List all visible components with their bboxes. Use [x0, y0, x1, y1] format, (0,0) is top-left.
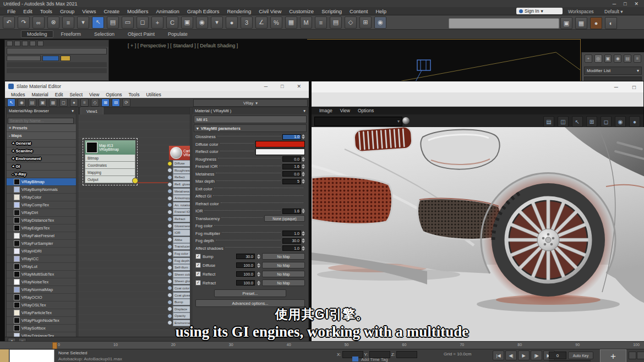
copy-image-icon[interactable]: ◫	[558, 116, 569, 127]
maximize-icon[interactable]: □	[624, 1, 626, 7]
spinner[interactable]	[302, 164, 305, 169]
maxscript-mini-listener[interactable]	[9, 349, 54, 362]
spinner[interactable]	[302, 172, 305, 177]
map-button[interactable]: No Map	[262, 279, 305, 286]
spinner[interactable]	[302, 134, 305, 139]
select-tool-icon[interactable]: ↖	[7, 98, 15, 107]
use-center-icon[interactable]: ●	[226, 17, 238, 29]
browser-search-input[interactable]	[8, 118, 74, 124]
ref-coord-dropdown[interactable]: ▾	[211, 17, 223, 29]
material-node-slot[interactable]: Glossiness	[169, 222, 190, 229]
browser-row[interactable]: + Scanline	[7, 147, 77, 155]
show-background-icon[interactable]: ◻	[59, 98, 68, 107]
pointer-tool-icon[interactable]: ↖	[572, 116, 583, 127]
param-value[interactable]: 1.6	[282, 209, 301, 214]
browser-row[interactable]: VRayMultiSubTex	[7, 271, 76, 278]
browser-row[interactable]: + GI	[7, 163, 77, 171]
ribbon-tab[interactable]: Object Paint	[122, 31, 160, 37]
slot-connector[interactable]	[167, 182, 172, 187]
slot-connector[interactable]	[167, 265, 172, 270]
toggle-scene-explorer-icon[interactable]: ▤	[330, 17, 342, 29]
close-icon[interactable]: ✕	[634, 1, 638, 7]
map-amount[interactable]: 100.0	[236, 280, 255, 286]
sme-menu-item[interactable]: Modes	[8, 92, 28, 97]
material-node-slot[interactable]: Abbe	[169, 237, 190, 244]
slot-connector[interactable]	[167, 175, 172, 180]
slot-connector[interactable]	[167, 272, 172, 277]
color-swatch[interactable]	[255, 149, 305, 155]
select-and-rotate-icon[interactable]: C	[166, 17, 178, 29]
scene-explorer-active-icon[interactable]	[42, 56, 59, 61]
rendered-frame-window-icon[interactable]: ▦	[575, 17, 587, 29]
unlink-selection-icon[interactable]: ⊗	[47, 17, 59, 29]
modify-tab-icon[interactable]: ◎	[594, 54, 602, 63]
browser-row[interactable]: VRayOCIO	[7, 294, 76, 301]
utilities-tab-icon[interactable]: ≡	[634, 54, 641, 63]
browser-row[interactable]: VRayDistanceTex	[7, 217, 76, 224]
scene-filter-dropdown[interactable]	[7, 56, 41, 61]
snap-toggle-icon[interactable]: 3	[241, 17, 253, 29]
param-value[interactable]: 30.0	[282, 238, 301, 244]
menu-item[interactable]: Scripting	[318, 8, 346, 14]
browser-row[interactable]: VRayICC	[7, 255, 76, 263]
zoom-view-icon[interactable]	[637, 352, 644, 359]
menu-item[interactable]: Group	[56, 8, 78, 14]
browser-row[interactable]: VRayFakeFresnel	[7, 232, 76, 240]
percent-snap-icon[interactable]: %	[270, 17, 282, 29]
param-dropdown[interactable]: None (opaque)	[264, 215, 305, 222]
sme-menu-item[interactable]: View	[86, 92, 102, 97]
display-cameras-icon[interactable]	[30, 41, 36, 46]
next-frame-button[interactable]: |▶	[531, 350, 542, 360]
track-bar[interactable]: 0102030405060708090100	[0, 341, 644, 349]
material-node-slot[interactable]: Sheen color	[169, 271, 190, 278]
minimize-icon[interactable]: ─	[614, 84, 618, 90]
material-node-slot[interactable]: Roughness	[169, 167, 190, 174]
sample-type-icon[interactable]: ●	[70, 98, 78, 107]
scene-explorer-search[interactable]	[7, 48, 107, 54]
close-icon[interactable]: ✕	[297, 84, 301, 89]
menu-item[interactable]: Create	[100, 8, 123, 14]
map-node[interactable]: Map #13 VRayBitmap BitmapCoordinatesMapp…	[85, 140, 135, 183]
slot-connector[interactable]	[167, 231, 172, 235]
play-button[interactable]: ▶	[518, 350, 530, 360]
rfw-menu-item[interactable]: Image	[316, 108, 336, 113]
spinner[interactable]	[302, 157, 305, 162]
slot-connector[interactable]	[167, 286, 172, 290]
slot-connector[interactable]	[167, 300, 172, 305]
sme-menu-item[interactable]: Material	[29, 92, 51, 97]
angle-snap-icon[interactable]: ∠	[255, 17, 268, 29]
slot-connector[interactable]	[167, 258, 172, 263]
maxscript-icon[interactable]	[352, 356, 358, 361]
align-icon[interactable]: ≡	[315, 17, 327, 29]
param-value[interactable]: 0.0	[282, 156, 301, 162]
schematic-view-icon[interactable]: ⊞	[359, 17, 372, 29]
slot-connector[interactable]	[167, 189, 172, 194]
slot-connector[interactable]	[167, 293, 172, 298]
show-map-in-viewport-icon[interactable]: ▦	[49, 98, 57, 107]
browser-row[interactable]: VRayNormalMap	[7, 286, 76, 294]
track-mouse-icon[interactable]: ◉	[615, 116, 626, 127]
sme-node-view[interactable]: View1 Map #13 VRayBitmap BitmapC	[78, 107, 190, 338]
slot-connector[interactable]	[167, 279, 172, 284]
spinner[interactable]	[257, 263, 260, 268]
menu-item[interactable]: Civil View	[255, 8, 285, 14]
rfw-sphere-icon[interactable]	[402, 117, 410, 124]
put-to-library-icon[interactable]: ▤	[28, 98, 36, 107]
slot-connector[interactable]	[167, 210, 172, 215]
browser-row[interactable]: + Environment	[7, 155, 77, 163]
region-zoom-icon[interactable]: ◻	[601, 116, 612, 127]
browser-row[interactable]: VRayDirt	[7, 209, 76, 217]
clone-window-icon[interactable]: ⊞	[586, 116, 597, 127]
spinner[interactable]	[257, 254, 260, 259]
curve-editor-icon[interactable]: ◇	[345, 17, 357, 29]
sme-menu-item[interactable]: Options	[103, 92, 124, 97]
param-value[interactable]: 1.0	[282, 231, 301, 236]
browser-row[interactable]: VRayFurSampler	[7, 240, 76, 248]
menu-item[interactable]: File	[3, 8, 19, 14]
rfw-menu-item[interactable]: Options	[354, 108, 377, 113]
map-button[interactable]: No Map	[262, 253, 305, 260]
map-checkbox[interactable]: ✓	[195, 271, 201, 277]
material-node-slot[interactable]: An. rotation	[169, 202, 190, 209]
node-canvas[interactable]: Map #13 VRayBitmap BitmapCoordinatesMapp…	[78, 114, 190, 337]
material-node-slot[interactable]: Refl. gloss	[169, 181, 190, 188]
